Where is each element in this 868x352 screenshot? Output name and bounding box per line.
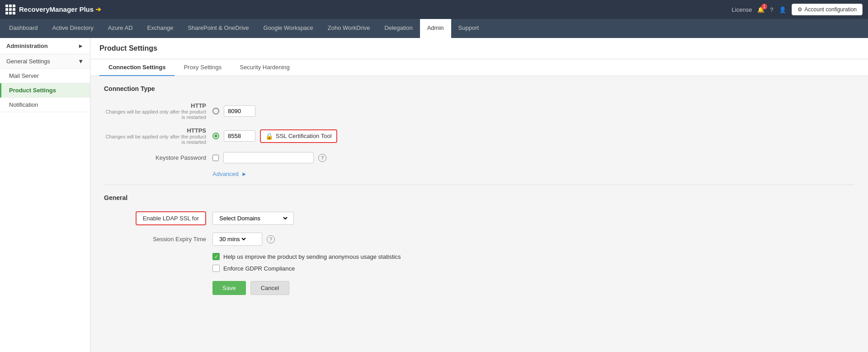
ssl-certification-tool-button[interactable]: 🔒 SSL Certification Tool — [260, 129, 337, 143]
session-expiry-label: Session Expiry Time — [104, 236, 212, 243]
page-header: Product Settings — [90, 38, 868, 59]
save-button[interactable]: Save — [212, 281, 246, 295]
notification-bell[interactable]: 🔔 1 — [757, 6, 764, 13]
ldap-ssl-row: Enable LDAP SSL for Select Domains — [104, 211, 854, 225]
http-row: HTTP Changes will be applied only after … — [104, 102, 854, 120]
tab-zoho-workdrive[interactable]: Zoho WorkDrive — [321, 19, 377, 38]
app-logo: RecoveryManager Plus ➔ — [5, 5, 101, 14]
sidebar-subsection-label: General Settings — [6, 58, 50, 65]
account-config-button[interactable]: ⚙ Account configuration — [792, 4, 863, 15]
gear-icon: ⚙ — [797, 6, 802, 13]
content-body: Connection Type HTTP Changes will be app… — [90, 76, 868, 304]
user-avatar[interactable]: 👤 — [779, 6, 786, 13]
session-expiry-help-icon[interactable]: ? — [267, 235, 275, 243]
http-controls — [212, 105, 255, 117]
select-domains-select[interactable]: Select Domains — [217, 214, 289, 222]
https-sublabel: Changes will be applied only after the p… — [104, 134, 206, 145]
tab-exchange[interactable]: Exchange — [140, 19, 181, 38]
top-right-controls: License 🔔 1 ? 👤 ⚙ Account configuration — [732, 4, 863, 15]
https-controls: 🔒 SSL Certification Tool — [212, 129, 337, 143]
http-port-input[interactable] — [224, 105, 255, 117]
anon-stats-checkbox[interactable]: ✓ — [212, 253, 220, 260]
app-wrapper: Administration ► General Settings ▼ Mail… — [0, 38, 868, 352]
help-button[interactable]: ? — [770, 6, 773, 13]
notif-badge: 1 — [761, 4, 768, 10]
http-sublabel: Changes will be applied only after the p… — [104, 109, 206, 120]
https-label-container: HTTPS Changes will be applied only after… — [104, 127, 212, 145]
general-section: General Enable LDAP SSL for Select Domai… — [104, 194, 854, 295]
chevron-right-small-icon: ► — [241, 171, 247, 177]
keystore-label: Keystore Password — [104, 154, 212, 161]
tab-dashboard[interactable]: Dashboard — [2, 19, 45, 38]
http-radio[interactable] — [212, 108, 219, 114]
lock-icon: 🔒 — [265, 133, 273, 140]
sidebar-item-notification[interactable]: Notification — [0, 98, 90, 112]
tab-sharepoint[interactable]: SharePoint & OneDrive — [180, 19, 256, 38]
sidebar-item-product-settings[interactable]: Product Settings — [0, 83, 90, 98]
chevron-right-icon: ► — [78, 43, 84, 49]
chevron-down-icon: ▼ — [78, 58, 84, 65]
ldap-ssl-controls: Select Domains — [212, 212, 294, 225]
select-domains-dropdown[interactable]: Select Domains — [212, 212, 294, 225]
advanced-label: Advanced — [212, 171, 239, 177]
gdpr-label: Enforce GDPR Compliance — [223, 265, 295, 272]
tab-connection-settings[interactable]: Connection Settings — [99, 59, 175, 76]
general-section-title: General — [104, 194, 854, 204]
tab-support[interactable]: Support — [451, 19, 486, 38]
tab-azure-ad[interactable]: Azure AD — [101, 19, 140, 38]
content-tabs: Connection Settings Proxy Settings Secur… — [90, 59, 868, 76]
gdpr-checkbox[interactable] — [212, 265, 220, 272]
anon-stats-row: ✓ Help us improve the product by sending… — [212, 253, 854, 260]
page-title: Product Settings — [99, 44, 157, 52]
tab-active-directory[interactable]: Active Directory — [45, 19, 101, 38]
main-content: Product Settings Connection Settings Pro… — [90, 38, 868, 352]
advanced-toggle[interactable]: Advanced ► — [212, 171, 854, 177]
ldap-ssl-label-container: Enable LDAP SSL for — [104, 211, 212, 225]
keystore-row: Keystore Password ? — [104, 152, 854, 163]
session-expiry-row: Session Expiry Time 15 mins 30 mins 1 ho… — [104, 233, 854, 246]
grid-icon — [5, 5, 15, 14]
https-port-input[interactable] — [224, 130, 255, 142]
account-config-label: Account configuration — [805, 6, 857, 13]
ssl-tool-label: SSL Certification Tool — [276, 133, 332, 139]
https-label: HTTPS — [104, 127, 206, 134]
session-expiry-controls: 15 mins 30 mins 1 hour 2 hours 4 hours 8… — [212, 233, 275, 246]
cancel-button[interactable]: Cancel — [250, 281, 289, 295]
connection-type-title: Connection Type — [104, 85, 854, 95]
tab-delegation[interactable]: Delegation — [377, 19, 420, 38]
keystore-controls: ? — [212, 152, 326, 163]
logo-accent: ➔ — [95, 5, 101, 13]
nav-tabs: Dashboard Active Directory Azure AD Exch… — [0, 19, 868, 38]
action-buttons: Save Cancel — [212, 281, 854, 295]
sidebar-section-administration[interactable]: Administration ► — [0, 38, 90, 54]
tab-google-workspace[interactable]: Google Workspace — [256, 19, 321, 38]
sidebar-item-mail-server[interactable]: Mail Server — [0, 69, 90, 83]
ldap-ssl-label: Enable LDAP SSL for — [136, 211, 206, 225]
top-bar: RecoveryManager Plus ➔ License 🔔 1 ? 👤 ⚙… — [0, 0, 868, 19]
tab-admin[interactable]: Admin — [420, 19, 451, 38]
keystore-checkbox[interactable] — [212, 155, 219, 161]
section-divider — [104, 185, 854, 185]
license-label: License — [732, 6, 752, 13]
http-label: HTTP — [104, 102, 206, 109]
tab-security-hardening[interactable]: Security Hardening — [231, 59, 299, 76]
keystore-help-icon[interactable]: ? — [318, 154, 326, 162]
sidebar-section-label: Administration — [6, 43, 48, 49]
https-radio[interactable] — [212, 133, 219, 139]
sidebar-subsection-general-settings[interactable]: General Settings ▼ — [0, 54, 90, 69]
anon-stats-label: Help us improve the product by sending a… — [223, 253, 401, 260]
http-label-container: HTTP Changes will be applied only after … — [104, 102, 212, 120]
sidebar: Administration ► General Settings ▼ Mail… — [0, 38, 90, 352]
app-name: RecoveryManager Plus ➔ — [19, 5, 101, 14]
session-expiry-select[interactable]: 15 mins 30 mins 1 hour 2 hours 4 hours 8… — [217, 235, 247, 243]
session-expiry-dropdown[interactable]: 15 mins 30 mins 1 hour 2 hours 4 hours 8… — [212, 233, 262, 246]
https-row: HTTPS Changes will be applied only after… — [104, 127, 854, 145]
tab-proxy-settings[interactable]: Proxy Settings — [175, 59, 231, 76]
keystore-password-input[interactable] — [223, 152, 314, 163]
gdpr-row: Enforce GDPR Compliance — [212, 265, 854, 272]
